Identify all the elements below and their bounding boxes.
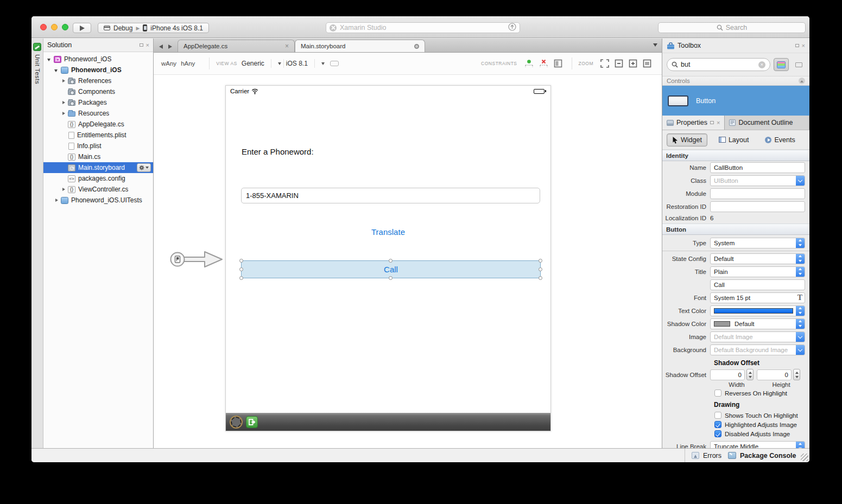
stepper-icon[interactable]	[796, 441, 805, 449]
tab-list-dropdown-icon[interactable]	[653, 43, 657, 47]
zoom-out-icon[interactable]	[615, 59, 623, 68]
shadow-height-input[interactable]: 0	[757, 369, 792, 380]
exit-segue-icon[interactable]	[246, 416, 258, 428]
stepper-icon[interactable]	[796, 253, 805, 264]
minimize-window-button[interactable]	[51, 24, 58, 30]
tree-item-info-plist[interactable]: Info.plist	[43, 141, 153, 151]
close-pad-icon[interactable]: ×	[717, 120, 720, 126]
resize-handle[interactable]	[239, 267, 243, 271]
tree-item-main-storyboard[interactable]: Main.storyboard	[43, 162, 153, 173]
stepper-icon[interactable]	[796, 318, 805, 329]
errors-pad-button[interactable]: Errors	[685, 452, 721, 460]
zoom-window-button[interactable]	[62, 24, 68, 30]
module-input[interactable]	[710, 188, 805, 199]
close-pad-icon[interactable]: ×	[146, 42, 149, 48]
tree-item-phoneword-ios-uitests[interactable]: Phoneword_iOS.UITests	[43, 195, 153, 206]
font-picker-icon[interactable]	[797, 294, 802, 302]
tree-item-viewcontroller-cs[interactable]: ViewController.cs	[43, 184, 153, 195]
disclosure-right-icon[interactable]	[61, 78, 67, 84]
navigate-forward-icon[interactable]	[168, 44, 172, 49]
dropdown-chevron-icon[interactable]	[796, 175, 805, 186]
resize-handle[interactable]	[389, 276, 392, 280]
tree-item-phoneword-ios[interactable]: Phoneword_iOS	[43, 65, 153, 75]
clear-search-icon[interactable]: ×	[758, 61, 765, 68]
checkbox[interactable]	[714, 421, 721, 428]
zoom-actual-size-icon[interactable]	[643, 59, 651, 68]
tab-document-outline[interactable]: Document Outline	[725, 116, 809, 130]
resize-handle[interactable]	[239, 276, 243, 280]
disclosure-right-icon[interactable]	[54, 197, 60, 203]
image-combo[interactable]: Default Image	[710, 331, 805, 342]
drawing-option-shows-touch-on-highlight[interactable]: Shows Touch On Highlight	[714, 411, 809, 419]
reverses-on-highlight-row[interactable]: Reverses On Highlight	[714, 389, 809, 397]
state-config-select[interactable]: Default	[710, 253, 805, 264]
close-pad-icon[interactable]: ×	[802, 43, 805, 49]
resize-handle[interactable]	[539, 276, 542, 280]
translate-button[interactable]: Translate	[226, 227, 550, 237]
title-select[interactable]: Plain	[710, 266, 805, 277]
os-version-selector[interactable]: iOS 8.1	[286, 59, 325, 68]
dropdown-chevron-icon[interactable]	[796, 344, 805, 355]
tab-appdelegate[interactable]: AppDelegate.cs ×	[178, 40, 295, 52]
toolbox-compact-view-toggle[interactable]	[792, 59, 805, 70]
tree-item-resources[interactable]: Resources	[43, 108, 153, 119]
checkbox[interactable]	[714, 430, 721, 437]
shadow-width-input[interactable]: 0	[710, 369, 745, 380]
tab-main-storyboard[interactable]: Main.storyboard	[295, 40, 425, 52]
stepper-icon[interactable]	[793, 369, 800, 380]
tree-item-packages[interactable]: Packages	[43, 97, 153, 108]
line-break-select[interactable]: Truncate Middle	[710, 441, 805, 449]
run-button[interactable]	[73, 23, 91, 33]
item-options-gear-button[interactable]	[137, 163, 151, 172]
stepper-icon[interactable]	[746, 369, 754, 380]
clear-constraints-icon[interactable]	[539, 59, 548, 68]
close-tab-icon[interactable]: ×	[285, 42, 289, 50]
toolbox-search-input[interactable]: but ×	[667, 58, 770, 71]
global-search-input[interactable]: Search	[658, 22, 806, 33]
zoom-fit-icon[interactable]	[600, 59, 609, 68]
zoom-in-icon[interactable]	[629, 59, 637, 68]
tree-item-appdelegate-cs[interactable]: AppDelegate.cs	[43, 119, 153, 130]
storyboard-canvas[interactable]: Carrier Enter a Phoneword: 1-855-XAMARIN…	[154, 75, 662, 448]
tree-item-main-cs[interactable]: Main.cs	[43, 151, 153, 162]
mode-widget-button[interactable]: Widget	[667, 133, 707, 146]
background-combo[interactable]: Default Background Image	[710, 344, 805, 355]
toolbox-list-view-toggle[interactable]	[774, 58, 789, 71]
drawing-option-highlighted-adjusts-image[interactable]: Highlighted Adjusts Image	[714, 420, 809, 429]
dropdown-chevron-icon[interactable]	[796, 331, 805, 342]
text-color-select[interactable]	[710, 305, 805, 316]
class-combo[interactable]: UIButton	[710, 175, 805, 186]
size-class-indicator[interactable]: wAnyhAny	[161, 60, 195, 67]
tree-item-components[interactable]: Components	[43, 86, 153, 97]
drawing-option-disabled-adjusts-image[interactable]: Disabled Adjusts Image	[714, 430, 809, 438]
resize-handle[interactable]	[539, 267, 542, 271]
package-console-pad-button[interactable]: Package Console	[721, 452, 796, 460]
view-controller-surface[interactable]: Carrier Enter a Phoneword: 1-855-XAMARIN…	[225, 85, 551, 431]
initial-view-controller-arrow[interactable]	[170, 250, 224, 271]
build-target-selector[interactable]: Debug ▶ iPhone 4s iOS 8.1	[98, 23, 209, 33]
resize-grip[interactable]	[801, 454, 808, 461]
tree-item-references[interactable]: References	[43, 75, 153, 86]
view-as-selector[interactable]: Generic	[242, 59, 281, 68]
navigate-back-icon[interactable]	[159, 44, 163, 49]
type-select[interactable]: System	[710, 238, 805, 248]
stepper-icon[interactable]	[796, 238, 805, 248]
disclosure-right-icon[interactable]	[61, 187, 67, 193]
dock-pad-icon[interactable]	[710, 121, 714, 124]
mode-layout-button[interactable]: Layout	[714, 133, 754, 146]
call-button-selected[interactable]: Call	[241, 260, 541, 278]
toolbox-controls-section[interactable]: Controls	[662, 76, 809, 86]
tree-item-entitlements-plist[interactable]: Entitlements.plist	[43, 130, 153, 141]
upload-icon[interactable]	[508, 23, 516, 33]
name-input[interactable]: CallButton	[710, 162, 805, 173]
font-input[interactable]: System 15 pt	[710, 292, 805, 303]
disclosure-down-icon[interactable]	[47, 56, 53, 62]
unit-tests-pad-tab[interactable]: Unit Tests	[31, 39, 43, 448]
toolbox-item-button[interactable]: Button	[662, 86, 809, 116]
checkbox[interactable]	[714, 412, 721, 419]
tab-properties[interactable]: Properties ×	[662, 116, 725, 130]
resize-handle[interactable]	[239, 259, 243, 263]
title-text-input[interactable]: Call	[710, 279, 805, 290]
shadow-color-select[interactable]: Default	[710, 318, 805, 329]
disclosure-right-icon[interactable]	[61, 111, 67, 117]
